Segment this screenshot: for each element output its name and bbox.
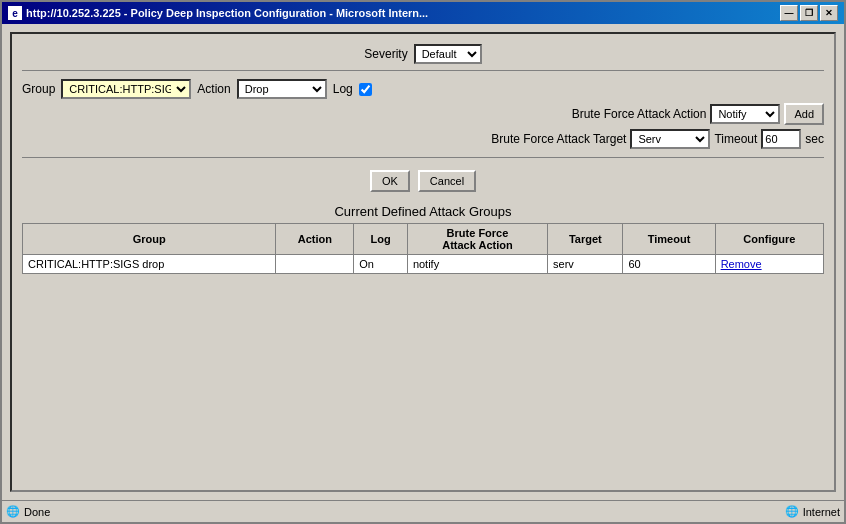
- severity-row: Severity Default Low Medium High Critica…: [22, 44, 824, 71]
- col-brute-force-action: Brute ForceAttack Action: [407, 224, 547, 255]
- timeout-input[interactable]: 60: [761, 129, 801, 149]
- cell-configure[interactable]: Remove: [715, 255, 823, 274]
- col-target: Target: [548, 224, 623, 255]
- status-bar: 🌐 Done 🌐 Internet: [2, 500, 844, 522]
- brute-force-target-label: Brute Force Attack Target: [491, 132, 626, 146]
- window-title: http://10.252.3.225 - Policy Deep Inspec…: [26, 7, 428, 19]
- cancel-button[interactable]: Cancel: [418, 170, 476, 192]
- brute-force-action-label: Brute Force Attack Action: [572, 107, 707, 121]
- action-label: Action: [197, 82, 230, 96]
- action-select[interactable]: Drop Allow Block Notify: [237, 79, 327, 99]
- log-checkbox[interactable]: [359, 83, 372, 96]
- brute-force-action-row: Brute Force Attack Action Notify Drop Al…: [22, 103, 824, 125]
- title-bar: e http://10.252.3.225 - Policy Deep Insp…: [2, 2, 844, 24]
- ok-button[interactable]: OK: [370, 170, 410, 192]
- title-bar-left: e http://10.252.3.225 - Policy Deep Insp…: [8, 6, 428, 20]
- group-action-row: Group CRITICAL:HTTP:SIGS Action Drop All…: [22, 79, 824, 99]
- table-section: Current Defined Attack Groups Group Acti…: [22, 204, 824, 480]
- severity-label: Severity: [364, 47, 407, 61]
- cell-timeout: 60: [623, 255, 715, 274]
- status-right: 🌐 Internet: [785, 505, 840, 518]
- table-title: Current Defined Attack Groups: [22, 204, 824, 219]
- cell-group: CRITICAL:HTTP:SIGS drop: [23, 255, 276, 274]
- title-buttons: — ❐ ✕: [780, 5, 838, 21]
- close-button[interactable]: ✕: [820, 5, 838, 21]
- col-timeout: Timeout: [623, 224, 715, 255]
- timeout-unit: sec: [805, 132, 824, 146]
- buttons-row: OK Cancel: [22, 166, 824, 196]
- inner-panel: Severity Default Low Medium High Critica…: [10, 32, 836, 492]
- cell-log: On: [354, 255, 408, 274]
- col-configure: Configure: [715, 224, 823, 255]
- col-log: Log: [354, 224, 408, 255]
- brute-force-target-row: Brute Force Attack Target Serv Client Bo…: [22, 129, 824, 149]
- status-text: Done: [24, 506, 50, 518]
- col-group: Group: [23, 224, 276, 255]
- severity-select[interactable]: Default Low Medium High Critical: [414, 44, 482, 64]
- timeout-label: Timeout: [714, 132, 757, 146]
- window-icon: e: [8, 6, 22, 20]
- status-icon: 🌐: [6, 505, 20, 518]
- group-select[interactable]: CRITICAL:HTTP:SIGS: [61, 79, 191, 99]
- brute-force-target-select[interactable]: Serv Client Both: [630, 129, 710, 149]
- cell-action: [276, 255, 354, 274]
- group-label: Group: [22, 82, 55, 96]
- log-label: Log: [333, 82, 353, 96]
- col-action: Action: [276, 224, 354, 255]
- main-window: e http://10.252.3.225 - Policy Deep Insp…: [0, 0, 846, 524]
- attack-groups-table: Group Action Log Brute ForceAttack Actio…: [22, 223, 824, 274]
- form-section: Group CRITICAL:HTTP:SIGS Action Drop All…: [22, 79, 824, 158]
- internet-icon: 🌐: [785, 505, 799, 518]
- add-button[interactable]: Add: [784, 103, 824, 125]
- brute-force-action-select[interactable]: Notify Drop Allow: [710, 104, 780, 124]
- window-content: Severity Default Low Medium High Critica…: [2, 24, 844, 500]
- remove-link[interactable]: Remove: [721, 258, 762, 270]
- cell-brute-action: notify: [407, 255, 547, 274]
- internet-label: Internet: [803, 506, 840, 518]
- minimize-button[interactable]: —: [780, 5, 798, 21]
- table-row: CRITICAL:HTTP:SIGS drop On notify serv 6…: [23, 255, 824, 274]
- restore-button[interactable]: ❐: [800, 5, 818, 21]
- cell-target: serv: [548, 255, 623, 274]
- status-left: 🌐 Done: [6, 505, 50, 518]
